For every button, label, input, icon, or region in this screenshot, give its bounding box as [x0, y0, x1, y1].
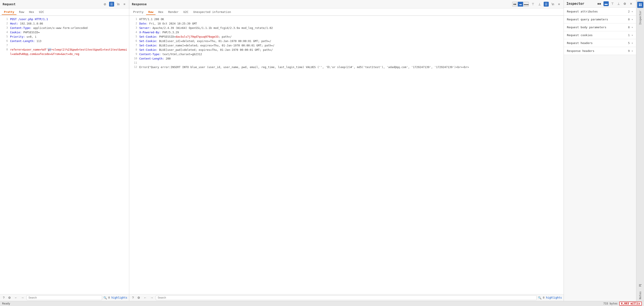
sidebar-notes-icon[interactable]: [637, 283, 643, 289]
req-method-line: POST /user.php HTTP/1.1: [10, 17, 127, 21]
response-code-area: 1 HTTP/1.1 200 OK 2 Date: Fri, 18 Oct 20…: [129, 16, 564, 294]
resp-help-btn[interactable]: ?: [131, 295, 135, 300]
inspector-indent-btn[interactable]: ⊤: [610, 1, 615, 6]
request-panel: Request ⊘ ☰ \n ≡ Pretty Raw Hex U2C 1 PO…: [0, 0, 129, 301]
tab-pretty-resp[interactable]: Pretty: [131, 9, 146, 15]
response-search-input[interactable]: [156, 295, 537, 300]
status-bytes: 733 bytes: [603, 302, 618, 305]
resp-line-12: 12 Error£°Query error:INSERT INTO blue_u…: [129, 65, 564, 69]
req-query-label: Request query parameters: [567, 18, 628, 21]
response-title: Response: [132, 2, 146, 6]
resp-line-9: 9 Content-Type: text/html;charset=gb2312: [129, 52, 564, 56]
resp-indent-btn[interactable]: ⊤: [530, 2, 535, 6]
response-panel: Response ■■ ▬ ▬▬ ⊤ ⊥ ☰ \n ≡ Pretty Raw H…: [129, 0, 564, 301]
tab-hex-req[interactable]: Hex: [27, 9, 36, 15]
inspector-section-req-headers[interactable]: Request headers 5 ▾: [564, 39, 636, 47]
req-settings-btn[interactable]: ⚙: [7, 295, 12, 300]
tab-render-resp[interactable]: Render: [166, 9, 181, 15]
resp-collapse-btn[interactable]: ⊥: [537, 2, 542, 6]
tab-raw-req[interactable]: Raw: [17, 9, 26, 15]
response-highlights-label[interactable]: highlights: [546, 296, 562, 299]
req-cookies-count: 1: [628, 33, 630, 37]
inline-btn[interactable]: \n: [116, 2, 121, 6]
resp-line-10: 10 Content-Length: 200: [129, 56, 564, 61]
response-bottom-bar: ? ⚙ ← → 🔍 0 highlights: [129, 294, 564, 301]
inspector-panel: Inspector ■■ ▬ ⊤ ⊥ ⚙ ✕ Request attribute…: [564, 0, 636, 301]
req-line-1: 1 POST /user.php HTTP/1.1: [0, 17, 129, 21]
resp-back-btn[interactable]: ←: [142, 295, 148, 300]
req-help-btn[interactable]: ?: [2, 295, 6, 300]
req-attributes-label: Request attributes: [567, 10, 628, 13]
tab-u2c-resp[interactable]: U2C: [181, 9, 190, 15]
inspector-panel-btn[interactable]: ▬: [604, 1, 609, 6]
menu-btn[interactable]: ≡: [122, 2, 126, 6]
svg-rect-3: [640, 5, 642, 6]
resp-line-2: 2 Date: Fri, 18 Oct 2024 10:25:39 GMT: [129, 21, 564, 26]
request-title: Request: [3, 2, 16, 6]
inspector-section-req-attributes[interactable]: Request attributes 2 ▾: [564, 8, 636, 15]
resp-menu-btn[interactable]: ≡: [557, 2, 561, 6]
inspector-section-resp-headers[interactable]: Response headers 9 ▾: [564, 47, 636, 55]
no-wrap-btn[interactable]: ⊘: [102, 2, 107, 6]
req-line-2: 2 Host: 192.168.1.8:86: [0, 21, 129, 26]
tab-raw-resp[interactable]: Raw: [146, 9, 156, 15]
svg-rect-5: [639, 285, 641, 286]
wrap-btn[interactable]: ☰: [109, 2, 114, 6]
resp-line-1: 1 HTTP/1.1 200 OK: [129, 17, 564, 21]
req-back-btn[interactable]: ←: [13, 295, 18, 300]
inspector-close-btn[interactable]: ✕: [629, 1, 634, 6]
request-highlights-label[interactable]: highlights: [112, 296, 127, 299]
req-headers-label: Request headers: [567, 41, 628, 45]
tab-pretty-req[interactable]: Pretty: [2, 9, 16, 15]
resp-headers-count: 9: [628, 49, 630, 52]
inspector-section-req-body[interactable]: Request body parameters 8 ▾: [564, 23, 636, 31]
sidebar-inspector-icon[interactable]: [637, 2, 643, 8]
sidebar-notes-label[interactable]: Notes: [638, 290, 643, 301]
request-tab-bar: Pretty Raw Hex U2C: [0, 8, 129, 16]
req-forward-btn[interactable]: →: [20, 295, 25, 300]
tab-hex-resp[interactable]: Hex: [156, 9, 166, 15]
tab-unexpected-resp[interactable]: Unexpected information: [191, 9, 233, 15]
status-millis: 6,083 millis: [619, 302, 642, 306]
svg-rect-0: [639, 3, 640, 4]
request-search-input[interactable]: [26, 295, 102, 300]
svg-rect-1: [640, 3, 642, 4]
inspector-section-req-query[interactable]: Request query parameters 0 ▾: [564, 15, 636, 23]
response-header: Response ■■ ▬ ▬▬ ⊤ ⊥ ☰ \n ≡: [129, 0, 564, 8]
inspector-grid-btn[interactable]: ■■: [596, 1, 602, 6]
status-ready: Ready: [2, 302, 10, 305]
view-panel-btn[interactable]: ▬: [518, 2, 523, 6]
req-line-5: 5 Priority: u=0, i: [0, 34, 129, 39]
resp-inline-btn[interactable]: \n: [550, 2, 555, 6]
req-line-6: 6 Content-Length: 113: [0, 39, 129, 43]
resp-line-11: 11: [129, 61, 564, 65]
resp-headers-chevron: ▾: [632, 49, 633, 52]
response-tab-bar: Pretty Raw Hex Render U2C Unexpected inf…: [129, 8, 564, 16]
view-list-btn[interactable]: ▬▬: [524, 2, 529, 6]
inspector-settings-btn[interactable]: ⚙: [622, 1, 627, 6]
resp-line-3: 3 Server: Apache/2.4.39 (Win64) OpenSSL/…: [129, 26, 564, 30]
request-highlights-badge: 0 highlights: [108, 296, 127, 299]
req-line-3: 3 Content-Type: application/x-www-form-u…: [0, 26, 129, 30]
req-cookies-chevron: ▾: [632, 34, 633, 37]
inspector-header: Inspector ■■ ▬ ⊤ ⊥ ⚙ ✕: [564, 0, 636, 8]
resp-wrap-btn[interactable]: ☰: [544, 2, 549, 6]
inspector-collapse-btn[interactable]: ⊥: [616, 1, 621, 6]
resp-settings-btn[interactable]: ⚙: [136, 295, 141, 300]
resp-forward-btn[interactable]: →: [149, 295, 154, 300]
resp-headers-label: Response headers: [567, 49, 628, 52]
right-sidebar: Inspector Notes: [636, 0, 644, 301]
svg-rect-4: [639, 284, 642, 285]
sidebar-inspector-label[interactable]: Inspector: [638, 9, 643, 26]
view-grid-btn[interactable]: ■■: [512, 2, 518, 6]
req-body-chevron: ▾: [632, 26, 633, 29]
req-headers-count: 5: [628, 41, 630, 45]
req-query-count: 0: [628, 18, 630, 21]
resp-line-8: 8 Set-Cookie: BLUE[user_pwd]=deleted; ex…: [129, 48, 564, 52]
req-line-8: 8 referer=&user_name=%df'pr+sleep(2)%23&…: [0, 47, 129, 56]
req-query-chevron: ▾: [632, 18, 633, 21]
tab-u2c-req[interactable]: U2C: [37, 9, 46, 15]
inspector-section-req-cookies[interactable]: Request cookies 1 ▾: [564, 31, 636, 39]
view-toggle: ■■ ▬ ▬▬: [512, 2, 529, 6]
request-header: Request ⊘ ☰ \n ≡: [0, 0, 129, 8]
